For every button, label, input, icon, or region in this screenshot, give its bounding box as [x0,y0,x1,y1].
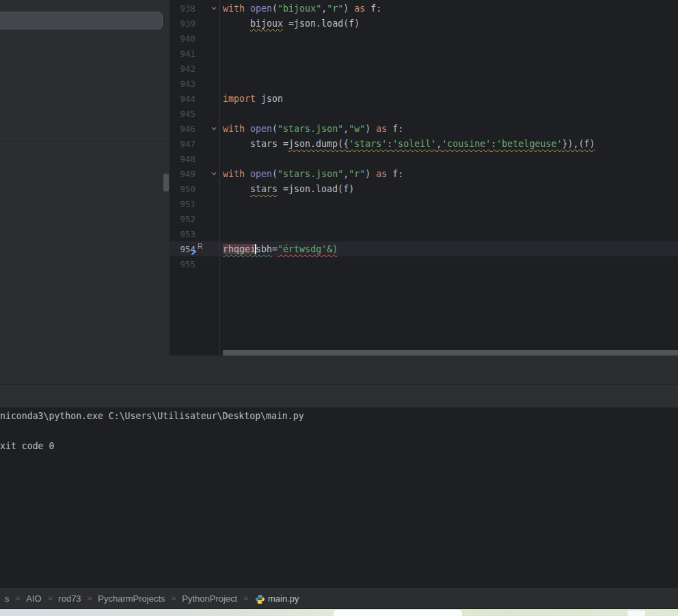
gutter-space [195,181,221,196]
line-number[interactable]: 947 [170,139,195,149]
code-token: , [321,3,327,14]
code-line-938[interactable]: 938with open("bijoux","r") as f: [170,1,678,16]
run-console[interactable]: niconda3\python.exe C:\Users\Utilisateur… [0,407,678,588]
code-line-952[interactable]: 952 [170,211,678,226]
code-token: , [343,169,349,179]
code-line-942[interactable]: 942 [170,61,678,76]
code-line-939[interactable]: 939 bijoux =json.load(f) [170,16,678,31]
breadcrumb-separator: > [87,594,92,602]
code-token: f: [365,3,381,14]
code-line-943[interactable]: 943 [170,76,678,91]
code-token: ) [365,169,376,179]
chevron-down-icon[interactable] [211,125,217,132]
line-number[interactable]: 945 [170,109,195,119]
gutter-space [195,196,221,211]
code-token: ) [365,124,376,134]
run-panel-toolbar [0,385,678,407]
code-token: with [223,169,245,179]
gutter-space [195,61,221,76]
gutter-space: R [195,241,221,256]
code-token: stars [250,184,277,194]
breadcrumb-separator: > [16,594,21,602]
code-token: f: [387,124,403,134]
code-line-954[interactable]: 954Rrhqgeisbh="értwsdg'&) [170,241,678,256]
code-text[interactable]: stars =json.load(f) [221,184,354,194]
line-number[interactable]: 946 [170,124,195,134]
line-number[interactable]: 955 [170,259,195,269]
line-number[interactable]: 951 [170,199,195,209]
line-number[interactable]: 941 [170,49,195,59]
code-token: f: [387,169,403,179]
code-line-953[interactable]: 953 [170,226,678,241]
code-token: "w" [349,124,365,134]
breadcrumb-item-pythonproject[interactable]: PythonProject [182,593,237,604]
code-line-944[interactable]: 944import json [170,91,678,106]
code-token: "stars.json" [277,124,343,134]
code-token [245,3,250,14]
breadcrumb-item-pycharmprojects[interactable]: PycharmProjects [98,593,165,604]
line-number[interactable]: 948 [170,154,195,164]
fold-toggle[interactable] [195,121,221,136]
code-line-947[interactable]: 947 stars =json.dump({'stars':'soleil','… [170,136,678,151]
line-number[interactable]: 940 [170,34,195,44]
code-line-945[interactable]: 945 [170,106,678,121]
code-token: "r" [327,3,343,14]
line-number[interactable]: 939 [170,18,195,29]
line-number[interactable]: 952 [170,214,195,224]
gutter-space [195,46,221,61]
code-line-940[interactable]: 940 [170,31,678,46]
code-token: with [223,124,245,134]
code-token: 'cousine' [442,139,491,149]
line-number[interactable]: 953 [170,229,195,239]
code-token: ( [272,169,277,179]
left-panel-scrollbar[interactable] [163,174,169,191]
code-line-941[interactable]: 941 [170,46,678,61]
code-line-950[interactable]: 950 stars =json.load(f) [170,181,678,196]
code-token: open [250,124,272,134]
breadcrumb-item-main-py[interactable]: main.py [268,593,299,604]
breadcrumb: s>AIO>rod73>PycharmProjects>PythonProjec… [0,588,678,608]
line-number[interactable]: 938 [170,3,195,14]
fold-toggle[interactable] [195,166,221,181]
tree-selection-highlight[interactable] [0,12,163,29]
code-line-948[interactable]: 948 [170,151,678,166]
breadcrumb-item-aio[interactable]: AIO [26,593,41,604]
code-lines[interactable]: 938with open("bijoux","r") as f:939 bijo… [170,1,678,271]
chevron-down-icon[interactable] [211,170,217,177]
line-number[interactable]: 942 [170,64,195,74]
code-text[interactable]: stars =json.dump({'stars':'soleil','cous… [221,139,595,149]
code-text[interactable]: import json [221,94,283,104]
code-text[interactable]: bijoux =json.load(f) [221,18,360,29]
background-window-card [334,610,462,616]
editor-horizontal-scrollbar[interactable] [223,350,678,356]
line-number[interactable]: 943 [170,79,195,89]
code-text[interactable]: with open("stars.json","r") as f: [221,169,403,179]
code-token: "értwsdg'&) [277,244,338,254]
breadcrumb-item-rod73[interactable]: rod73 [58,593,81,604]
code-token [245,169,250,179]
code-text[interactable]: rhqgeisbh="értwsdg'&) [221,244,338,254]
gutter-space [195,151,221,166]
breadcrumb-item-s[interactable]: s [5,593,10,604]
pencil-icon [190,249,198,256]
gutter-space [195,16,221,31]
background-window-edge [0,609,678,616]
line-number[interactable]: 949 [170,169,195,179]
code-text[interactable]: with open("bijoux","r") as f: [221,3,381,14]
code-token: with [223,3,245,14]
code-editor[interactable]: 938with open("bijoux","r") as f:939 bijo… [170,0,678,356]
code-line-955[interactable]: 955 [170,256,678,271]
code-token [245,124,250,134]
code-token: import [223,94,256,104]
code-token: open [250,3,272,14]
code-line-949[interactable]: 949with open("stars.json","r") as f: [170,166,678,181]
code-token: as [376,124,387,134]
line-number[interactable]: 944 [170,94,195,104]
code-line-946[interactable]: 946with open("stars.json","w") as f: [170,121,678,136]
code-token: , [343,124,349,134]
line-number[interactable]: 950 [170,184,195,194]
chevron-down-icon[interactable] [211,5,217,12]
code-text[interactable]: with open("stars.json","w") as f: [221,124,403,134]
code-line-951[interactable]: 951 [170,196,678,211]
fold-toggle[interactable] [195,1,221,16]
